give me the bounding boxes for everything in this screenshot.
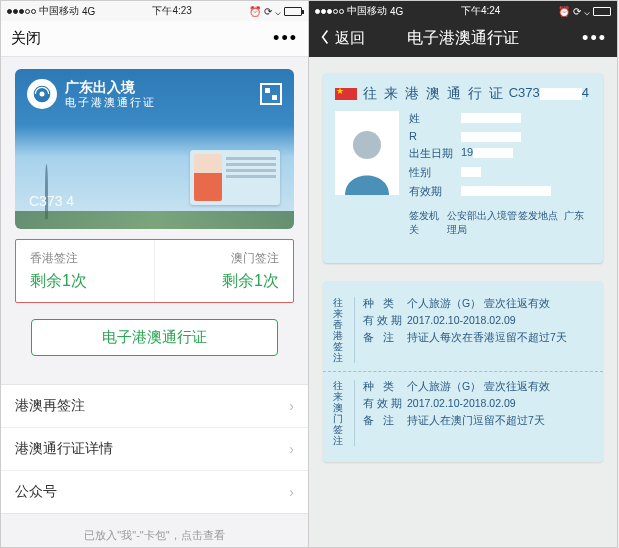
- ellipsis-icon: •••: [582, 28, 607, 48]
- nav-bar: 返回 电子港澳通行证 •••: [309, 21, 617, 57]
- svg-point-3: [353, 131, 381, 159]
- carrier-label: 中国移动: [39, 4, 79, 18]
- menu-list: 港澳再签注 › 港澳通行证详情 › 公众号 ›: [1, 384, 308, 514]
- qr-icon[interactable]: [260, 83, 282, 105]
- mo-endorsement-value: 剩余1次: [169, 271, 279, 292]
- chevron-right-icon: ›: [289, 484, 294, 500]
- close-button[interactable]: 关闭: [11, 29, 41, 48]
- right-body: 往来港澳通行证 C3734 姓 R 出生日期19 性别 有效期 签发机关公安部出…: [309, 57, 617, 547]
- menu-button[interactable]: •••: [273, 28, 298, 49]
- id-card: 往来港澳通行证 C3734 姓 R 出生日期19 性别 有效期 签发机关公安部出…: [323, 73, 603, 263]
- status-bar: 中国移动 4G 下午4:24 ⏰ ⟳ ⌵: [309, 1, 617, 21]
- hk-endorsement-label: 香港签注: [30, 250, 140, 267]
- chevron-left-icon: [319, 29, 331, 48]
- status-time: 下午4:23: [152, 4, 191, 18]
- hk-endorsement-slip: 往来香港签注 种 类个人旅游（G） 壹次往返有效 有效期2017.02.10-2…: [323, 289, 603, 371]
- id-card-number: C3734: [509, 85, 589, 100]
- left-body: 广东出入境 电子港澳通行证 C373 4 香港签注 剩余1次: [1, 57, 308, 547]
- mini-id-preview: [190, 150, 280, 205]
- mo-endorsement-slip: 往来澳门签注 种 类个人旅游（G） 壹次往返有效 有效期2017.02.10-2…: [323, 371, 603, 454]
- flag-icon: [335, 88, 357, 100]
- phone-right: 中国移动 4G 下午4:24 ⏰ ⟳ ⌵ 返回 电子港澳通行证 ••• 往来港澳…: [309, 0, 618, 548]
- carrier-label: 中国移动: [347, 4, 387, 18]
- portrait-lock-icon: ⟳: [264, 6, 272, 17]
- signal-dots-icon: [7, 9, 36, 14]
- chevron-right-icon: ›: [289, 441, 294, 457]
- list-item-reendorse[interactable]: 港澳再签注 ›: [1, 385, 308, 428]
- mo-endorsement-label: 澳门签注: [169, 250, 279, 267]
- network-label: 4G: [82, 6, 95, 17]
- hk-endorsement[interactable]: 香港签注 剩余1次: [16, 240, 154, 302]
- close-label: 关闭: [11, 29, 41, 48]
- alarm-icon: ⏰: [249, 6, 261, 17]
- list-label-account: 公众号: [15, 483, 57, 501]
- list-label-detail: 港澳通行证详情: [15, 440, 113, 458]
- phone-left: 中国移动 4G 下午4:23 ⏰ ⟳ ⌵ 关闭 •••: [0, 0, 309, 548]
- ellipsis-icon: •••: [273, 28, 298, 48]
- id-card-title: 往来港澳通行证: [363, 85, 510, 103]
- permit-card[interactable]: 广东出入境 电子港澳通行证 C373 4: [15, 69, 294, 229]
- network-label: 4G: [390, 6, 403, 17]
- epermit-button-label: 电子港澳通行证: [102, 328, 207, 345]
- back-button[interactable]: 返回: [319, 29, 365, 48]
- endorsement-slips: 往来香港签注 种 类个人旅游（G） 壹次往返有效 有效期2017.02.10-2…: [323, 281, 603, 462]
- id-photo: [335, 111, 399, 195]
- card-number: C373 4: [29, 193, 74, 209]
- list-item-detail[interactable]: 港澳通行证详情 ›: [1, 428, 308, 471]
- footer-hint-text: 已放入"我"-"卡包"，点击查看: [84, 529, 224, 541]
- svg-point-1: [40, 92, 45, 97]
- status-time: 下午4:24: [461, 4, 500, 18]
- status-bar: 中国移动 4G 下午4:23 ⏰ ⟳ ⌵: [1, 1, 308, 21]
- mo-endorsement[interactable]: 澳门签注 剩余1次: [154, 240, 293, 302]
- id-fields: 姓 R 出生日期19 性别 有效期 签发机关公安部出入境管理局 签发地点广东: [409, 111, 591, 237]
- card-title-2: 电子港澳通行证: [65, 96, 156, 109]
- nav-bar: 关闭 •••: [1, 21, 308, 57]
- footer-hint[interactable]: 已放入"我"-"卡包"，点击查看: [1, 514, 308, 547]
- slip-side-label-mo: 往来澳门签注: [333, 380, 355, 446]
- battery-icon: [593, 7, 611, 16]
- agency-logo-icon: [27, 79, 57, 109]
- bluetooth-icon: ⌵: [584, 6, 590, 17]
- list-label-reendorse: 港澳再签注: [15, 397, 85, 415]
- card-title-1: 广东出入境: [65, 79, 156, 96]
- battery-icon: [284, 7, 302, 16]
- endorsement-summary: 香港签注 剩余1次 澳门签注 剩余1次: [15, 239, 294, 303]
- list-item-account[interactable]: 公众号 ›: [1, 471, 308, 513]
- chevron-right-icon: ›: [289, 398, 294, 414]
- menu-button[interactable]: •••: [582, 28, 607, 49]
- back-label: 返回: [335, 29, 365, 48]
- hk-endorsement-value: 剩余1次: [30, 271, 140, 292]
- slip-side-label-hk: 往来香港签注: [333, 297, 355, 363]
- bluetooth-icon: ⌵: [275, 6, 281, 17]
- alarm-icon: ⏰: [558, 6, 570, 17]
- portrait-lock-icon: ⟳: [573, 6, 581, 17]
- epermit-button[interactable]: 电子港澳通行证: [31, 319, 278, 356]
- signal-dots-icon: [315, 9, 344, 14]
